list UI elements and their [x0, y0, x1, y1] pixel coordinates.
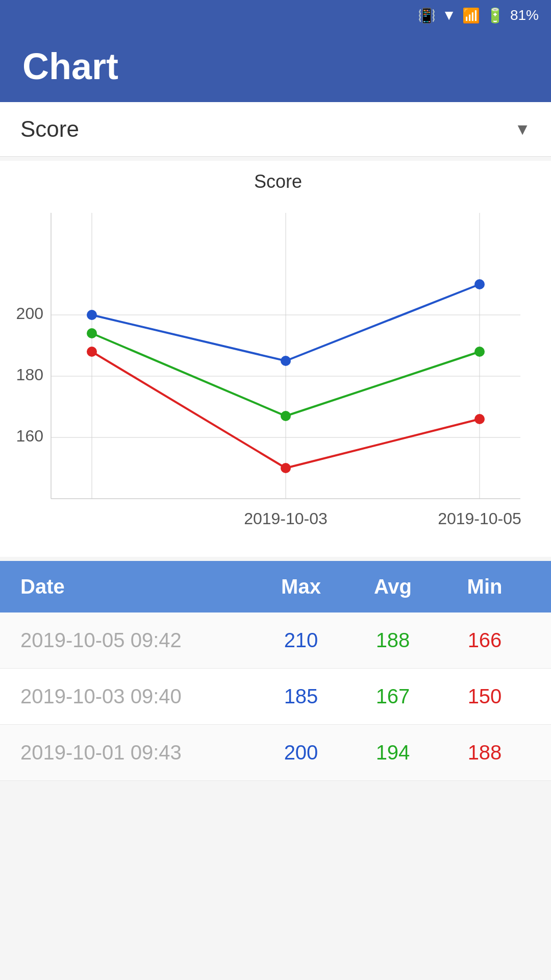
- cell-date-3: 2019-10-01 09:43: [20, 741, 255, 764]
- cell-date-2: 2019-10-03 09:40: [20, 685, 255, 708]
- col-max: Max: [255, 575, 347, 598]
- main-content: Score ▼ Score 200: [0, 102, 551, 980]
- green-point-3: [474, 347, 485, 357]
- col-min: Min: [439, 575, 531, 598]
- battery-level: 81%: [510, 7, 539, 23]
- cell-min-3: 188: [439, 741, 531, 764]
- cell-min-2: 150: [439, 685, 531, 708]
- cell-avg-1: 188: [347, 629, 439, 652]
- signal-icon: 📶: [462, 7, 480, 24]
- svg-text:2019-10-03: 2019-10-03: [244, 509, 328, 528]
- table-row: 2019-10-03 09:40 185 167 150: [0, 669, 551, 725]
- status-bar: 📳 ▼ 📶 🔋 81%: [0, 0, 551, 31]
- blue-point-1: [87, 310, 97, 320]
- svg-text:200: 200: [16, 304, 43, 323]
- chevron-down-icon: ▼: [514, 120, 531, 139]
- wifi-icon: ▼: [442, 7, 456, 23]
- cell-max-3: 200: [255, 741, 347, 764]
- blue-point-3: [474, 279, 485, 289]
- blue-point-2: [281, 356, 291, 366]
- table-row: 2019-10-01 09:43 200 194 188: [0, 725, 551, 781]
- svg-text:180: 180: [16, 365, 43, 384]
- red-point-3: [474, 414, 485, 424]
- chart-svg: 200 180 160 2019-10-03 2019-10-05: [10, 198, 541, 545]
- col-date: Date: [20, 575, 255, 598]
- svg-text:160: 160: [16, 427, 43, 445]
- battery-icon: 🔋: [486, 7, 504, 24]
- col-avg: Avg: [347, 575, 439, 598]
- app-bar-title: Chart: [22, 45, 118, 87]
- data-table: Date Max Avg Min 2019-10-05 09:42 210 18…: [0, 561, 551, 781]
- status-icons: 📳 ▼ 📶 🔋 81%: [418, 7, 539, 24]
- cell-max-2: 185: [255, 685, 347, 708]
- cell-max-1: 210: [255, 629, 347, 652]
- green-point-2: [281, 411, 291, 421]
- green-point-1: [87, 328, 97, 338]
- chart-title: Score: [10, 171, 546, 192]
- svg-text:2019-10-05: 2019-10-05: [438, 509, 521, 528]
- table-row: 2019-10-05 09:42 210 188 166: [0, 612, 551, 669]
- cell-avg-3: 194: [347, 741, 439, 764]
- cell-date-1: 2019-10-05 09:42: [20, 629, 255, 652]
- vibrate-icon: 📳: [418, 7, 436, 24]
- score-dropdown[interactable]: Score ▼: [0, 102, 551, 157]
- cell-min-1: 166: [439, 629, 531, 652]
- chart-container: Score 200 180 160: [0, 161, 551, 557]
- table-header: Date Max Avg Min: [0, 561, 551, 612]
- dropdown-label: Score: [20, 116, 79, 142]
- chart-wrapper: 200 180 160 2019-10-03 2019-10-05: [10, 198, 546, 547]
- red-point-2: [281, 463, 291, 473]
- red-point-1: [87, 347, 97, 357]
- cell-avg-2: 167: [347, 685, 439, 708]
- app-bar: Chart: [0, 31, 551, 102]
